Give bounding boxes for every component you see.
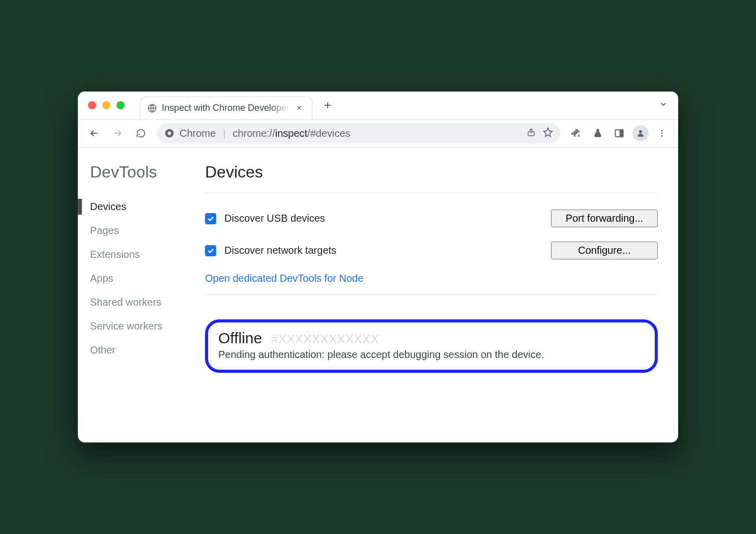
bookmark-star-icon[interactable] (543, 127, 553, 139)
sidebar-item-pages[interactable]: Pages (88, 219, 200, 243)
sidebar-item-label: Devices (90, 201, 126, 212)
sidebar-item-label: Extensions (90, 249, 140, 260)
forward-button[interactable] (107, 123, 128, 143)
svg-point-8 (661, 133, 663, 134)
offline-device-card: Offline #XXXXXXXXXXXX Pending authentica… (205, 319, 658, 373)
share-icon[interactable] (527, 128, 536, 139)
browser-tab[interactable]: Inspect with Chrome Developer (140, 97, 312, 119)
browser-window: Inspect with Chrome Developer Chrome (78, 92, 678, 442)
window-maximize-button[interactable] (117, 101, 125, 109)
sidebar-item-label: Service workers (90, 320, 162, 332)
sidebar: DevTools Devices Pages Extensions Apps S… (78, 163, 205, 392)
device-hash: #XXXXXXXXXXXX (271, 332, 379, 346)
menu-button[interactable] (652, 123, 672, 143)
chrome-icon (164, 128, 175, 138)
discover-network-checkbox[interactable] (205, 245, 216, 256)
discover-usb-row: Discover USB devices Port forwarding... (205, 202, 658, 234)
labs-button[interactable] (588, 123, 608, 143)
new-tab-button[interactable] (319, 97, 336, 113)
discover-network-row: Discover network targets Configure... (205, 234, 658, 266)
sidebar-item-label: Pages (90, 225, 119, 236)
sidebar-item-label: Apps (90, 273, 113, 284)
sidebar-item-other[interactable]: Other (88, 338, 200, 362)
svg-point-9 (661, 135, 663, 137)
reload-button[interactable] (131, 123, 151, 143)
port-forwarding-button[interactable]: Port forwarding... (551, 210, 658, 227)
app-title: DevTools (88, 163, 200, 182)
extensions-button[interactable] (566, 123, 587, 143)
tab-title: Inspect with Chrome Developer (162, 103, 289, 113)
discover-usb-label: Discover USB devices (224, 213, 551, 224)
back-button[interactable] (84, 123, 104, 143)
sidebar-item-label: Shared workers (90, 296, 161, 308)
profile-button[interactable] (630, 123, 651, 143)
close-tab-button[interactable] (295, 103, 304, 114)
svg-rect-5 (620, 130, 623, 136)
url-text: chrome://inspect/#devices (232, 128, 350, 139)
address-bar[interactable]: Chrome | chrome://inspect/#devices (157, 123, 560, 143)
page-content: DevTools Devices Pages Extensions Apps S… (78, 147, 678, 442)
sidebar-item-label: Other (90, 344, 115, 355)
configure-button[interactable]: Configure... (551, 242, 658, 259)
sidebar-item-apps[interactable]: Apps (88, 266, 200, 290)
device-message: Pending authentication: please accept de… (218, 349, 645, 361)
svg-point-7 (661, 130, 663, 131)
titlebar: Inspect with Chrome Developer (78, 92, 678, 119)
device-status: Offline (218, 330, 262, 347)
window-controls (88, 101, 125, 109)
page-heading: Devices (205, 163, 658, 193)
origin-label: Chrome (180, 128, 216, 139)
section-divider (205, 294, 658, 295)
globe-icon (148, 104, 157, 113)
window-close-button[interactable] (88, 101, 96, 109)
svg-point-6 (639, 130, 642, 133)
sidebar-item-extensions[interactable]: Extensions (88, 243, 200, 266)
window-minimize-button[interactable] (102, 101, 110, 109)
sidebar-item-shared-workers[interactable]: Shared workers (88, 290, 200, 314)
sidebar-item-devices[interactable]: Devices (88, 195, 200, 219)
discover-network-label: Discover network targets (224, 245, 551, 256)
open-devtools-node-link[interactable]: Open dedicated DevTools for Node (205, 266, 363, 294)
side-panel-button[interactable] (609, 123, 629, 143)
origin-separator: | (221, 128, 227, 139)
tabs-dropdown-button[interactable] (659, 100, 668, 111)
main-panel: Devices Discover USB devices Port forwar… (205, 163, 678, 392)
discover-usb-checkbox[interactable] (205, 213, 216, 224)
sidebar-item-service-workers[interactable]: Service workers (88, 314, 200, 338)
svg-point-2 (168, 132, 171, 135)
toolbar: Chrome | chrome://inspect/#devices (78, 119, 678, 147)
